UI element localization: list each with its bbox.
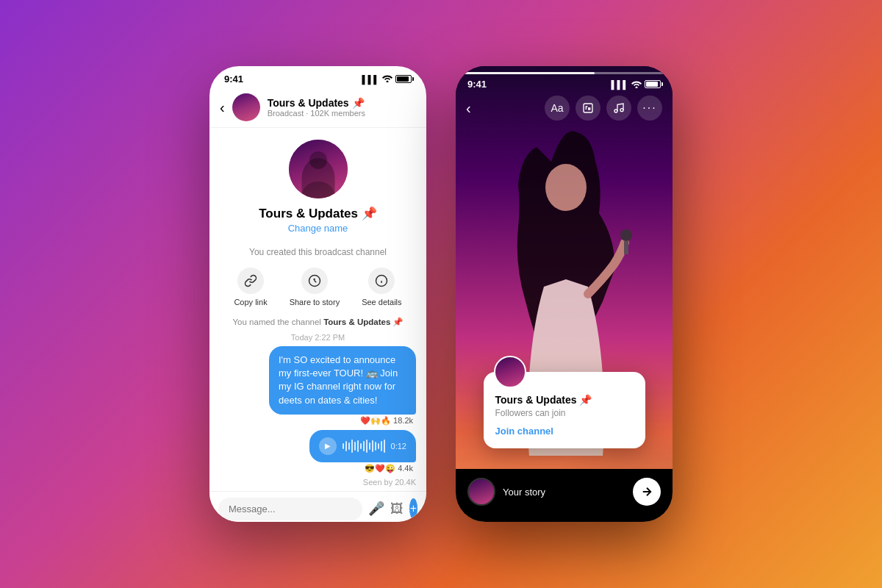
audio-reactions: 😎❤️😜 4.4k xyxy=(309,464,413,473)
audio-bubble-wrap: ▶ xyxy=(220,430,416,473)
back-button[interactable]: ‹ xyxy=(220,99,225,116)
copy-link-icon xyxy=(237,268,264,294)
svg-point-9 xyxy=(620,229,632,241)
left-status-icons: ▌▌▌ xyxy=(362,74,412,84)
channel-info: Tours & Updates 📌 Broadcast · 102K membe… xyxy=(268,97,416,118)
audio-duration: 0:12 xyxy=(391,442,406,451)
copy-link-label: Copy link xyxy=(234,298,267,306)
share-to-story-label: Share to story xyxy=(290,298,340,306)
seen-by: Seen by 20.4K xyxy=(220,478,416,487)
story-status-icons: ▌▌▌ xyxy=(612,80,661,89)
channel-name: Tours & Updates 📌 xyxy=(268,97,416,109)
story-bottom-bar: Your story xyxy=(456,469,673,522)
story-nav-icons: Aa ··· xyxy=(545,96,662,121)
microphone-icon[interactable]: 🎤 xyxy=(368,501,384,517)
svg-rect-10 xyxy=(624,241,628,254)
story-signal-icon: ▌▌▌ xyxy=(612,80,628,89)
copy-link-button[interactable]: Copy link xyxy=(234,268,267,306)
big-avatar xyxy=(289,140,348,198)
more-options-button[interactable]: ··· xyxy=(637,96,662,121)
gif-button[interactable] xyxy=(576,96,600,121)
image-icon[interactable]: 🖼 xyxy=(390,501,404,517)
story-avatar xyxy=(467,478,495,506)
share-to-story-button[interactable]: Share to story xyxy=(290,268,340,306)
text-reactions: ❤️🙌🔥 18.2k xyxy=(269,416,413,426)
card-avatar xyxy=(494,356,526,388)
card-followers-text: Followers can join xyxy=(495,408,634,418)
see-details-label: See details xyxy=(362,298,401,306)
svg-point-14 xyxy=(620,109,623,112)
signal-icon: ▌▌▌ xyxy=(362,75,379,84)
music-button[interactable] xyxy=(606,96,631,121)
timestamp: Today 2:22 PM xyxy=(220,333,416,342)
waveform xyxy=(343,440,385,453)
see-details-icon xyxy=(368,268,395,294)
battery-icon xyxy=(395,75,412,83)
card-channel-name: Tours & Updates 📌 xyxy=(495,394,634,406)
channel-header: ‹ Tours & Updates 📌 Broadcast · 102K mem… xyxy=(209,89,426,128)
created-text: You created this broadcast channel xyxy=(220,247,416,257)
story-back-button[interactable]: ‹ xyxy=(466,100,471,117)
left-status-bar: 9:41 ▌▌▌ xyxy=(209,66,426,89)
svg-point-13 xyxy=(614,110,617,112)
join-channel-button[interactable]: Join channel xyxy=(495,426,634,437)
text-bubble-wrap: I'm SO excited to announce my first-ever… xyxy=(220,346,416,426)
left-time: 9:41 xyxy=(224,74,243,85)
see-details-button[interactable]: See details xyxy=(362,268,401,306)
action-buttons: Copy link Share to story See details xyxy=(220,268,416,306)
wifi-icon xyxy=(382,74,392,84)
svg-point-8 xyxy=(545,164,587,211)
add-button[interactable]: + xyxy=(409,498,417,519)
system-channel-name: Tours & Updates 📌 xyxy=(323,318,403,326)
channel-body: Tours & Updates 📌 Change name You create… xyxy=(209,128,426,491)
svg-point-1 xyxy=(309,151,327,169)
story-send-button[interactable] xyxy=(633,478,661,506)
system-message: You named the channel Tours & Updates 📌 xyxy=(220,317,416,327)
input-bar: 🎤 🖼 + xyxy=(209,491,426,522)
svg-point-0 xyxy=(302,182,334,198)
audio-bubble: ▶ xyxy=(309,430,416,462)
channel-title: Tours & Updates 📌 xyxy=(259,206,376,221)
text-bubble: I'm SO excited to announce my first-ever… xyxy=(269,346,416,415)
channel-meta: Broadcast · 102K members xyxy=(268,109,416,118)
story-nav-bar: ‹ Aa ··· xyxy=(456,93,673,126)
channel-card: Tours & Updates 📌 Followers can join Joi… xyxy=(484,372,645,448)
share-story-icon xyxy=(301,268,328,294)
channel-avatar-small xyxy=(232,93,260,121)
channel-profile-section: Tours & Updates 📌 Change name xyxy=(220,128,416,241)
story-battery-icon xyxy=(645,80,661,88)
left-phone: 9:41 ▌▌▌ ‹ Tours & Updates 📌 Broadcast ·… xyxy=(209,66,426,522)
change-name-link[interactable]: Change name xyxy=(288,223,348,234)
play-button[interactable]: ▶ xyxy=(319,437,337,455)
your-story-text: Your story xyxy=(503,487,625,498)
story-status-bar: 9:41 ▌▌▌ xyxy=(456,74,673,93)
message-input[interactable] xyxy=(218,498,362,520)
right-phone: 9:41 ▌▌▌ ‹ Aa xyxy=(456,66,673,522)
text-tool-button[interactable]: Aa xyxy=(545,96,570,121)
story-time: 9:41 xyxy=(467,79,487,90)
story-top-bar: 9:41 ▌▌▌ ‹ Aa xyxy=(456,66,673,126)
story-background xyxy=(456,66,673,522)
text-icon: Aa xyxy=(551,102,563,114)
